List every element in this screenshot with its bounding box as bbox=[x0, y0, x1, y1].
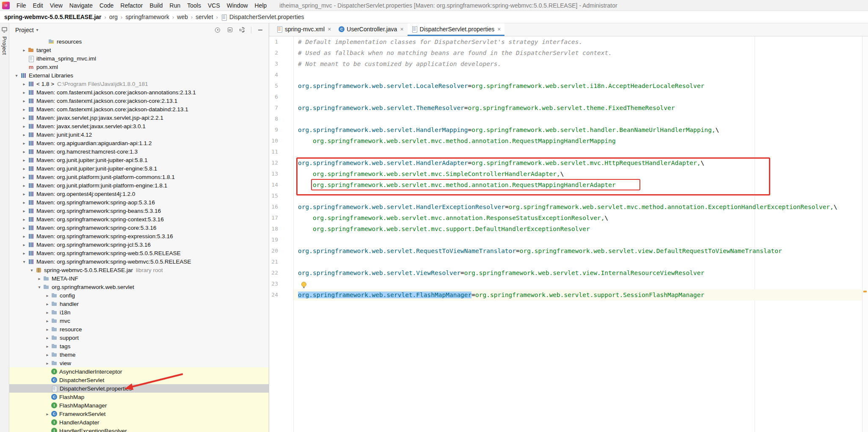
chevron-collapsed-icon[interactable]: ▸ bbox=[20, 48, 28, 52]
chevron-collapsed-icon[interactable]: ▸ bbox=[20, 99, 28, 103]
line-number[interactable]: 19 bbox=[269, 234, 278, 245]
tree-item-maven-org-springframework-spring-beans-5-3-16[interactable]: ▸Maven: org.springframework:spring-beans… bbox=[9, 206, 269, 215]
line-number[interactable]: 14 bbox=[269, 179, 278, 190]
tree-item-maven-org-springframework-spring-context-5-3-16[interactable]: ▸Maven: org.springframework:spring-conte… bbox=[9, 215, 269, 223]
menu-item-tools[interactable]: Tools bbox=[184, 0, 204, 11]
locate-file-icon[interactable] bbox=[214, 27, 221, 33]
tree-item-flashmapmanager[interactable]: IFlashMapManager bbox=[9, 401, 269, 410]
chevron-collapsed-icon[interactable]: ▸ bbox=[44, 344, 51, 349]
tree-item-mvc[interactable]: ▸mvc bbox=[9, 316, 269, 325]
chevron-collapsed-icon[interactable]: ▸ bbox=[44, 310, 51, 315]
tree-item-org-springframework-web-servlet[interactable]: ▾org.springframework.web.servlet bbox=[9, 283, 269, 291]
chevron-collapsed-icon[interactable]: ▸ bbox=[20, 226, 28, 230]
menu-item-code[interactable]: Code bbox=[96, 0, 117, 11]
line-number[interactable]: 9 bbox=[269, 124, 278, 135]
chevron-collapsed-icon[interactable]: ▸ bbox=[20, 183, 28, 188]
tree-item-maven-javax-servlet-javax-servlet-api-3-0-1[interactable]: ▸Maven: javax.servlet:javax.servlet-api:… bbox=[9, 122, 269, 130]
code-line-8[interactable] bbox=[294, 113, 862, 124]
tree-item-maven-org-junit-platform-junit-platform-commons-1-8-1[interactable]: ▸Maven: org.junit.platform:junit-platfor… bbox=[9, 173, 269, 181]
tree-item-view[interactable]: ▸view bbox=[9, 359, 269, 367]
chevron-expanded-icon[interactable]: ▾ bbox=[36, 285, 43, 289]
line-number[interactable]: 15 bbox=[269, 190, 278, 201]
code-line-23[interactable] bbox=[294, 278, 862, 289]
chevron-collapsed-icon[interactable]: ▸ bbox=[20, 116, 28, 120]
hide-panel-icon[interactable] bbox=[257, 27, 264, 33]
tree-item-handler[interactable]: ▸handler bbox=[9, 300, 269, 308]
code-line-3[interactable]: # Not meant to be customized by applicat… bbox=[294, 58, 862, 69]
menu-item-window[interactable]: Window bbox=[223, 0, 251, 11]
tree-item-support[interactable]: ▸support bbox=[9, 333, 269, 342]
line-number[interactable]: 3 bbox=[269, 58, 278, 69]
chevron-collapsed-icon[interactable]: ▸ bbox=[20, 124, 28, 129]
code-line-5[interactable]: org.springframework.web.servlet.LocaleRe… bbox=[294, 80, 862, 91]
chevron-collapsed-icon[interactable]: ▸ bbox=[20, 158, 28, 162]
code-line-4[interactable] bbox=[294, 69, 862, 80]
menu-item-view[interactable]: View bbox=[47, 0, 66, 11]
code-line-12[interactable]: org.springframework.web.servlet.HandlerA… bbox=[294, 157, 862, 168]
tree-item-tags[interactable]: ▸tags bbox=[9, 342, 269, 350]
tree-item-maven-org-springframework-spring-aop-5-3-16[interactable]: ▸Maven: org.springframework:spring-aop:5… bbox=[9, 198, 269, 206]
tree-item-maven-org-junit-jupiter-junit-jupiter-api-5-8-1[interactable]: ▸Maven: org.junit.jupiter:junit-jupiter-… bbox=[9, 156, 269, 164]
tree-item-handleradapter[interactable]: IHandlerAdapter bbox=[9, 418, 269, 426]
editor-scrollbar[interactable] bbox=[862, 36, 868, 432]
tree-item-maven-org-springframework-spring-jcl-5-3-16[interactable]: ▸Maven: org.springframework:spring-jcl:5… bbox=[9, 240, 269, 249]
tree-item-maven-org-apiguardian-apiguardian-api-1-1-2[interactable]: ▸Maven: org.apiguardian:apiguardian-api:… bbox=[9, 139, 269, 147]
chevron-collapsed-icon[interactable]: ▸ bbox=[44, 319, 51, 323]
tree-item-maven-org-springframework-spring-core-5-3-16[interactable]: ▸Maven: org.springframework:spring-core:… bbox=[9, 223, 269, 232]
chevron-collapsed-icon[interactable]: ▸ bbox=[44, 293, 51, 298]
line-number[interactable]: 21 bbox=[269, 256, 278, 267]
breadcrumb-item-web[interactable]: web bbox=[177, 14, 188, 20]
chevron-collapsed-icon[interactable]: ▸ bbox=[20, 200, 28, 205]
menu-item-vcs[interactable]: VCS bbox=[204, 0, 223, 11]
line-number[interactable]: 23 bbox=[269, 278, 278, 289]
tree-item-spring-webmvc-5-0-5-release-jar[interactable]: ▾spring-webmvc-5.0.5.RELEASE.jarlibrary … bbox=[9, 266, 269, 274]
tree-item-external-libraries[interactable]: ▾External Libraries bbox=[9, 71, 269, 80]
chevron-collapsed-icon[interactable]: ▸ bbox=[44, 336, 51, 340]
tab-dispatcherservlet-properties[interactable]: DispatcherServlet.properties× bbox=[408, 23, 505, 36]
chevron-collapsed-icon[interactable]: ▸ bbox=[20, 192, 28, 196]
line-number[interactable]: 22 bbox=[269, 267, 278, 278]
code-line-20[interactable]: org.springframework.web.servlet.RequestT… bbox=[294, 245, 862, 256]
breadcrumb-item-spring-webmvc-5-0-5-release-jar[interactable]: spring-webmvc-5.0.5.RELEASE.jar bbox=[4, 14, 102, 20]
code-line-6[interactable] bbox=[294, 91, 862, 102]
project-tool-button[interactable]: Project bbox=[1, 36, 8, 55]
tree-item-dispatcherservlet-properties[interactable]: DispatcherServlet.properties bbox=[9, 384, 269, 393]
chevron-expanded-icon[interactable]: ▾ bbox=[13, 73, 20, 78]
chevron-collapsed-icon[interactable]: ▸ bbox=[20, 242, 28, 247]
chevron-collapsed-icon[interactable]: ▸ bbox=[44, 327, 51, 332]
menu-item-build[interactable]: Build bbox=[146, 0, 166, 11]
line-number[interactable]: 6 bbox=[269, 91, 278, 102]
project-panel-title[interactable]: Project bbox=[15, 27, 34, 33]
code-line-22[interactable]: org.springframework.web.servlet.ViewReso… bbox=[294, 267, 862, 278]
tree-item-itheima-spring-mvc-iml[interactable]: itheima_spring_mvc.iml bbox=[9, 54, 269, 63]
tab-spring-mvc-xml[interactable]: spring-mvc.xml× bbox=[273, 23, 335, 36]
chevron-collapsed-icon[interactable]: ▸ bbox=[20, 149, 28, 154]
code-line-17[interactable]: org.springframework.web.servlet.mvc.anno… bbox=[294, 212, 862, 223]
editor-gutter[interactable]: 123456789101112131415161718192021222324 bbox=[269, 36, 294, 432]
line-number[interactable]: 24 bbox=[269, 289, 278, 300]
tree-item-maven-javax-servlet-jsp-javax-servlet-jsp-api-2-2-1[interactable]: ▸Maven: javax.servlet.jsp:javax.servlet.… bbox=[9, 113, 269, 122]
tree-item-resources[interactable]: resources bbox=[9, 37, 269, 46]
tree-item-dispatcherservlet[interactable]: CDispatcherServlet bbox=[9, 376, 269, 384]
line-number[interactable]: 13 bbox=[269, 168, 278, 179]
code-line-9[interactable]: org.springframework.web.servlet.HandlerM… bbox=[294, 124, 862, 135]
chevron-collapsed-icon[interactable]: ▸ bbox=[20, 234, 28, 239]
line-number[interactable]: 8 bbox=[269, 113, 278, 124]
code-line-24[interactable]: org.springframework.web.servlet.FlashMap… bbox=[294, 289, 862, 300]
tree-item-meta-inf[interactable]: ▸META-INF bbox=[9, 274, 269, 283]
chevron-collapsed-icon[interactable]: ▸ bbox=[44, 352, 51, 357]
tree-item-maven-com-fasterxml-jackson-core-jackson-core-2-13-1[interactable]: ▸Maven: com.fasterxml.jackson.core:jacks… bbox=[9, 96, 269, 105]
tree-item-i18n[interactable]: ▸i18n bbox=[9, 308, 269, 316]
tree-item-maven-org-opentest4j-opentest4j-1-2-0[interactable]: ▸Maven: org.opentest4j:opentest4j:1.2.0 bbox=[9, 190, 269, 198]
line-number[interactable]: 16 bbox=[269, 201, 278, 212]
tree-item-flashmap[interactable]: CFlashMap bbox=[9, 393, 269, 401]
line-number[interactable]: 4 bbox=[269, 69, 278, 80]
tree-item-maven-org-junit-jupiter-junit-jupiter-engine-5-8-1[interactable]: ▸Maven: org.junit.jupiter:junit-jupiter-… bbox=[9, 164, 269, 173]
line-number[interactable]: 7 bbox=[269, 102, 278, 113]
chevron-collapsed-icon[interactable]: ▸ bbox=[44, 412, 51, 416]
chevron-collapsed-icon[interactable]: ▸ bbox=[36, 276, 43, 281]
tree-item-target[interactable]: ▸target bbox=[9, 46, 269, 54]
chevron-collapsed-icon[interactable]: ▸ bbox=[20, 132, 28, 137]
code-line-1[interactable]: # Default implementation classes for Dis… bbox=[294, 36, 862, 47]
line-number[interactable]: 20 bbox=[269, 245, 278, 256]
